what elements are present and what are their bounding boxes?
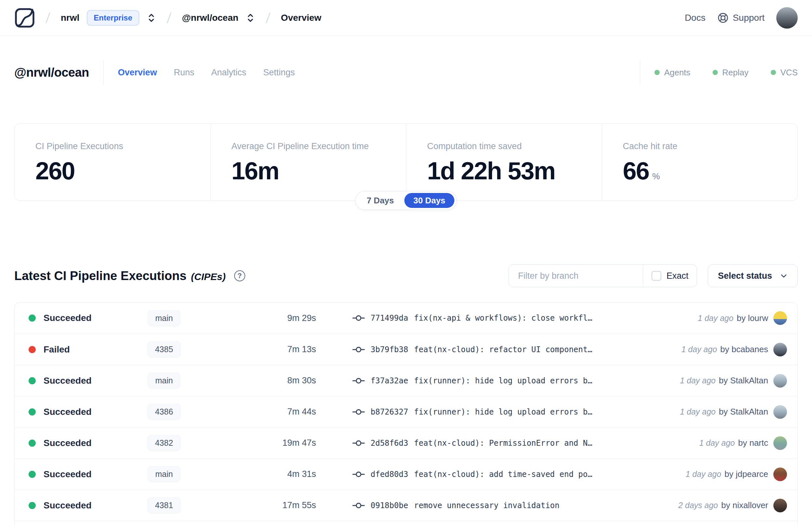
commit-hash: b8726327 bbox=[371, 407, 408, 417]
time-ago: 1 day ago bbox=[686, 469, 721, 479]
exact-label: Exact bbox=[667, 271, 689, 281]
branch-badge[interactable]: 4386 bbox=[148, 404, 181, 420]
exact-match-control: Exact bbox=[643, 265, 697, 287]
docs-link[interactable]: Docs bbox=[685, 13, 705, 23]
status-label: Succeeded bbox=[44, 438, 92, 448]
chevrons-up-down-icon[interactable] bbox=[147, 12, 156, 24]
author-byline: by nixallover bbox=[721, 500, 768, 510]
breadcrumb-separator bbox=[45, 12, 50, 24]
meta-cell: 1 day ago by lourw bbox=[698, 311, 797, 325]
cipe-row[interactable]: Succeeded 4386 7m 44s b8726327 fix(runne… bbox=[15, 396, 797, 427]
status-select-label: Select status bbox=[718, 271, 772, 281]
branch-filter-input[interactable] bbox=[509, 265, 643, 287]
status-dot-icon bbox=[29, 439, 36, 447]
branch-cell: main bbox=[132, 466, 197, 482]
status-cell: Succeeded bbox=[15, 407, 132, 417]
status-label: Succeeded bbox=[44, 376, 92, 386]
status-cell: Succeeded bbox=[15, 376, 132, 386]
cipe-row[interactable]: Succeeded main 4m 31s dfed80d3 feat(nx-c… bbox=[15, 459, 797, 490]
support-link[interactable]: Support bbox=[717, 12, 765, 24]
commit-hash: f37a32ae bbox=[371, 376, 408, 385]
author-byline: by nartc bbox=[738, 438, 768, 448]
service-agents[interactable]: Agents bbox=[655, 68, 691, 78]
workspace-tabs: Overview Runs Analytics Settings bbox=[118, 68, 295, 78]
tab-overview[interactable]: Overview bbox=[118, 68, 157, 78]
status-label: Succeeded bbox=[44, 469, 92, 480]
cipe-row[interactable]: Succeeded main 9m 29s 771499da fix(nx-ap… bbox=[15, 302, 797, 334]
branch-badge[interactable]: main bbox=[148, 373, 180, 389]
duration: 8m 30s bbox=[197, 376, 320, 386]
range-30-days[interactable]: 30 Days bbox=[404, 193, 455, 208]
stat-value: 66% bbox=[623, 156, 798, 185]
cipe-table: Succeeded main 9m 29s 771499da fix(nx-ap… bbox=[14, 302, 798, 525]
stat-label: Computation time saved bbox=[427, 141, 602, 151]
breadcrumb-separator bbox=[167, 12, 171, 24]
service-replay[interactable]: Replay bbox=[713, 68, 749, 78]
time-ago: 1 day ago bbox=[681, 345, 717, 354]
branch-cell: 4382 bbox=[132, 435, 197, 451]
enterprise-badge: Enterprise bbox=[87, 10, 140, 26]
commit-message: fix(runner): hide log upload errors b… bbox=[414, 376, 593, 385]
status-cell: Succeeded bbox=[15, 438, 132, 448]
org-name[interactable]: nrwl bbox=[61, 13, 80, 23]
duration: 7m 13s bbox=[197, 344, 320, 355]
user-avatar[interactable] bbox=[776, 7, 798, 29]
stat-value: 1d 22h 53m bbox=[427, 156, 602, 185]
git-commit-icon bbox=[352, 314, 365, 322]
chevrons-up-down-icon[interactable] bbox=[246, 12, 255, 24]
nav-actions: Docs Support bbox=[685, 7, 798, 29]
status-label: Failed bbox=[44, 344, 70, 355]
cipe-row[interactable]: Succeeded 4381 17m 55s 0918b0be remove u… bbox=[15, 490, 797, 521]
status-dot-icon bbox=[29, 346, 36, 353]
commit-hash: dfed80d3 bbox=[371, 470, 408, 479]
author-byline: by lourw bbox=[737, 313, 768, 323]
tab-runs[interactable]: Runs bbox=[174, 68, 194, 78]
status-dot-icon bbox=[713, 70, 718, 75]
branch-badge[interactable]: 4385 bbox=[148, 342, 181, 357]
status-cell: Succeeded bbox=[15, 500, 132, 511]
meta-cell: 1 day ago by jdpearce bbox=[686, 467, 797, 481]
branch-badge[interactable]: 4382 bbox=[148, 435, 181, 451]
branch-badge[interactable]: main bbox=[148, 466, 180, 482]
exact-checkbox[interactable] bbox=[652, 271, 661, 281]
duration: 9m 29s bbox=[197, 313, 320, 323]
workspace-services: Agents Replay VCS bbox=[640, 60, 798, 85]
branch-badge[interactable]: 4381 bbox=[148, 497, 181, 513]
workspace-name[interactable]: @nrwl/ocean bbox=[182, 13, 239, 23]
git-commit-icon bbox=[352, 439, 365, 447]
tab-settings[interactable]: Settings bbox=[263, 68, 295, 78]
tab-analytics[interactable]: Analytics bbox=[211, 68, 246, 78]
duration: 17m 55s bbox=[197, 500, 320, 510]
status-label: Succeeded bbox=[44, 407, 92, 417]
status-dot-icon bbox=[29, 377, 36, 384]
stat-label: CI Pipeline Executions bbox=[35, 141, 211, 151]
date-range-toggle: 7 Days 30 Days bbox=[355, 191, 457, 210]
status-select-dropdown[interactable]: Select status bbox=[708, 265, 798, 287]
cipe-row[interactable]: Succeeded 4382 19m 47s 2d58f6d3 feat(nx-… bbox=[15, 427, 797, 459]
cipe-row[interactable]: Succeeded main 8m 30s f37a32ae fix(runne… bbox=[15, 365, 797, 396]
services-list: Agents Replay VCS bbox=[655, 68, 798, 78]
branch-cell: main bbox=[132, 310, 197, 326]
commit-message: fix(nx-api & workflows): close workfl… bbox=[414, 314, 593, 322]
help-icon[interactable]: ? bbox=[234, 270, 245, 281]
divider bbox=[640, 60, 640, 85]
support-label: Support bbox=[733, 13, 765, 23]
status-cell: Succeeded bbox=[15, 469, 132, 480]
branch-cell: main bbox=[132, 373, 197, 389]
stat-computation-time-saved: Computation time saved 1d 22h 53m bbox=[406, 124, 602, 200]
cipes-title: Latest CI Pipeline Executions (CIPEs) bbox=[14, 269, 226, 283]
meta-cell: 1 day ago by bcabanes bbox=[681, 343, 797, 356]
service-label: Agents bbox=[664, 68, 691, 78]
status-dot-icon bbox=[29, 471, 36, 478]
nx-cloud-logo-icon[interactable] bbox=[14, 7, 35, 28]
avatar bbox=[773, 343, 787, 356]
service-vcs[interactable]: VCS bbox=[771, 68, 798, 78]
avatar bbox=[773, 467, 787, 481]
cipe-row[interactable]: Failed 4385 7m 13s 3b79fb38 feat(nx-clou… bbox=[15, 334, 797, 365]
breadcrumb-separator bbox=[266, 12, 271, 24]
branch-badge[interactable]: main bbox=[148, 310, 180, 326]
cipes-title-suffix: (CIPEs) bbox=[191, 271, 226, 282]
range-7-days[interactable]: 7 Days bbox=[357, 193, 403, 208]
status-label: Succeeded bbox=[44, 500, 92, 511]
status-dot-icon bbox=[655, 70, 660, 75]
